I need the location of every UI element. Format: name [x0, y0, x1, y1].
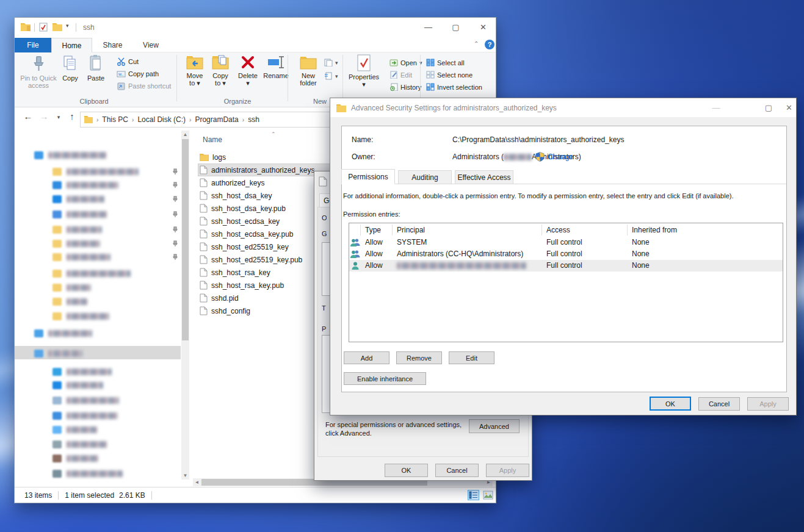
- thumbnail-view-button[interactable]: [482, 490, 494, 500]
- copy-button[interactable]: Copy: [59, 54, 82, 96]
- file-row[interactable]: ssh_host_ed25519_key: [200, 240, 289, 253]
- sidebar-item-redacted[interactable]: [53, 179, 118, 191]
- open-button[interactable]: Open ▾: [389, 57, 422, 68]
- sidebar-item-redacted[interactable]: [53, 394, 119, 406]
- change-owner-link[interactable]: Change: [548, 153, 573, 161]
- cancel-button[interactable]: Cancel: [698, 397, 740, 411]
- close-button[interactable]: ✕: [469, 18, 497, 37]
- recent-locations-icon[interactable]: ▾: [53, 114, 65, 120]
- file-row[interactable]: ssh_host_rsa_key.pub: [200, 279, 284, 292]
- sidebar-item-redacted[interactable]: [53, 267, 131, 279]
- sidebar-item-redacted[interactable]: [53, 423, 97, 436]
- permission-entry-row[interactable]: AllowAdministrators (CC-HQ\Administrator…: [349, 248, 783, 260]
- qat-dropdown-icon[interactable]: ▾: [66, 23, 69, 29]
- copy-to-button[interactable]: Copy to ▾: [209, 54, 231, 96]
- paste-shortcut-button[interactable]: Paste shortcut: [117, 81, 171, 91]
- tab-home[interactable]: Home: [51, 38, 92, 52]
- select-all-button[interactable]: Select all: [426, 57, 465, 68]
- file-row[interactable]: logs: [200, 151, 226, 164]
- select-none-button[interactable]: Select none: [426, 70, 473, 80]
- sidebar-item-redacted[interactable]: [53, 467, 123, 480]
- sidebar-item-redacted[interactable]: [53, 281, 91, 293]
- sidebar-item-redacted[interactable]: [34, 149, 106, 161]
- add-button[interactable]: Add: [344, 351, 389, 364]
- sidebar-item-redacted[interactable]: [53, 310, 109, 322]
- properties-cancel-button[interactable]: Cancel: [435, 464, 479, 477]
- permission-entry-row[interactable]: AllowSYSTEMFull controlNone: [349, 237, 783, 248]
- breadcrumb-segment[interactable]: Local Disk (C:): [135, 115, 188, 124]
- sidebar-item-redacted[interactable]: [53, 223, 102, 235]
- scroll-up-icon[interactable]: ▲: [181, 131, 189, 138]
- sidebar-item-redacted[interactable]: [53, 237, 100, 250]
- dialog-close-button[interactable]: ✕: [781, 98, 797, 117]
- minimize-button[interactable]: —: [415, 18, 442, 37]
- tab-permissions[interactable]: Permissions: [341, 169, 395, 184]
- breadcrumb-segment[interactable]: This PC: [100, 115, 131, 124]
- tab-view[interactable]: View: [133, 38, 168, 52]
- properties-advanced-button[interactable]: Advanced: [469, 419, 520, 433]
- properties-button[interactable]: Properties▾: [347, 54, 380, 96]
- sidebar-item-redacted[interactable]: [53, 208, 107, 220]
- sidebar-item-redacted[interactable]: [34, 347, 82, 359]
- sidebar-item-redacted[interactable]: [53, 365, 112, 378]
- tab-auditing[interactable]: Auditing: [398, 170, 452, 184]
- sidebar-item-redacted[interactable]: [53, 251, 110, 263]
- column-header-access[interactable]: Access: [546, 223, 570, 237]
- rename-button[interactable]: Rename: [262, 54, 290, 96]
- file-row[interactable]: sshd_config: [200, 304, 250, 317]
- file-row[interactable]: administrators_authorized_keys: [200, 164, 314, 176]
- maximize-button[interactable]: ▢: [442, 18, 469, 37]
- sidebar-item-redacted[interactable]: [53, 165, 139, 178]
- sidebar-item-redacted[interactable]: [53, 438, 107, 450]
- qat-new-folder-icon[interactable]: [53, 23, 62, 31]
- sidebar-item-redacted[interactable]: [53, 452, 98, 464]
- up-button[interactable]: ↑: [66, 111, 78, 121]
- properties-ok-button[interactable]: OK: [385, 464, 428, 477]
- permission-entry-row[interactable]: AllowFull controlNone: [349, 260, 783, 271]
- edit-button[interactable]: Edit: [389, 70, 412, 80]
- sidebar-item-redacted[interactable]: [53, 295, 87, 307]
- easy-access-button[interactable]: ▾: [324, 71, 338, 81]
- sidebar-item-redacted[interactable]: [53, 193, 104, 205]
- edit-entry-button[interactable]: Edit: [449, 351, 494, 364]
- new-item-button[interactable]: ▾: [324, 57, 338, 68]
- column-header-inherited-from[interactable]: Inherited from: [632, 223, 677, 237]
- help-icon[interactable]: ?: [485, 40, 494, 49]
- tab-share[interactable]: Share: [92, 38, 133, 52]
- cut-button[interactable]: Cut: [117, 56, 139, 66]
- details-view-button[interactable]: [468, 490, 479, 500]
- forward-button[interactable]: →: [38, 111, 50, 121]
- copy-path-button[interactable]: w.. Copy path: [117, 68, 159, 79]
- qat-properties-icon[interactable]: [39, 23, 48, 32]
- file-row[interactable]: ssh_host_dsa_key.pub: [200, 202, 286, 215]
- nav-scrollbar[interactable]: ▲ ▼: [181, 131, 189, 480]
- tab-effective-access[interactable]: Effective Access: [455, 170, 513, 184]
- file-row[interactable]: ssh_host_ed25519_key.pub: [200, 253, 302, 266]
- back-button[interactable]: ←: [22, 111, 34, 121]
- enable-inheritance-button[interactable]: Enable inheritance: [344, 372, 426, 385]
- pin-quick-access-button[interactable]: Pin to Quick access: [20, 54, 57, 96]
- file-row[interactable]: sshd.pid: [200, 292, 239, 304]
- dialog-maximize-button[interactable]: ▢: [756, 98, 781, 117]
- tab-file[interactable]: File: [15, 38, 51, 52]
- invert-selection-button[interactable]: Invert selection: [426, 82, 482, 92]
- file-row[interactable]: ssh_host_dsa_key: [200, 189, 272, 202]
- scroll-left-icon[interactable]: ◄: [193, 478, 201, 486]
- column-header-name[interactable]: Name: [203, 135, 222, 144]
- file-row[interactable]: ssh_host_ecdsa_key: [200, 215, 280, 228]
- move-to-button[interactable]: Move to ▾: [184, 54, 206, 96]
- breadcrumb-segment[interactable]: ProgramData: [192, 115, 241, 124]
- sidebar-item-redacted[interactable]: [53, 379, 103, 391]
- column-header-type[interactable]: Type: [365, 223, 381, 237]
- column-header-principal[interactable]: Principal: [397, 223, 425, 237]
- file-row[interactable]: ssh_host_rsa_key: [200, 266, 270, 279]
- ribbon-collapse-icon[interactable]: ⌃: [474, 40, 479, 47]
- delete-button[interactable]: Delete▾: [236, 54, 260, 96]
- breadcrumb-segment[interactable]: ssh: [245, 115, 262, 124]
- sidebar-item-redacted[interactable]: [34, 327, 92, 339]
- ok-button[interactable]: OK: [650, 397, 691, 411]
- sidebar-item-redacted[interactable]: [53, 409, 118, 422]
- file-row[interactable]: ssh_host_ecdsa_key.pub: [200, 228, 294, 240]
- new-folder-button[interactable]: New folder: [294, 54, 323, 96]
- scroll-down-icon[interactable]: ▼: [181, 472, 189, 480]
